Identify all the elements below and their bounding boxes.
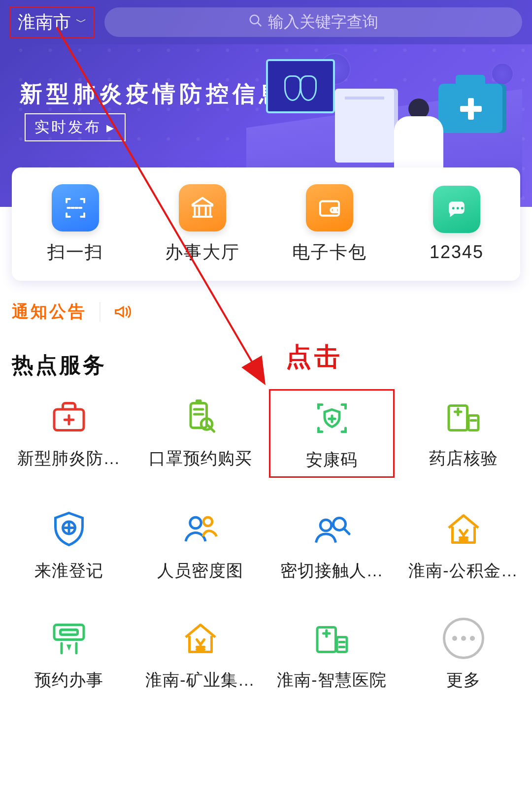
hospital-icon: [309, 616, 355, 661]
svc-label: 淮南-智慧医院: [277, 669, 386, 692]
medkit-icon: [46, 394, 92, 439]
more-icon: [441, 616, 486, 661]
svc-covid-info[interactable]: 新型肺炎防…: [6, 389, 132, 478]
svc-label: 淮南-公积金…: [408, 560, 518, 582]
quick-scan[interactable]: 扫一扫: [14, 184, 136, 265]
quick-hall[interactable]: 办事大厅: [141, 184, 264, 265]
search-icon: [248, 13, 263, 32]
svg-point-16: [190, 517, 201, 529]
svc-mask-booking[interactable]: 口罩预约购买: [137, 389, 263, 478]
mask-icon: [178, 394, 223, 439]
svg-rect-14: [468, 416, 478, 431]
city-name: 淮南市: [18, 10, 71, 34]
search-input[interactable]: 输入关键字查询: [104, 7, 522, 37]
scan-icon: [52, 184, 99, 232]
svc-label: 来淮登记: [34, 560, 103, 582]
svc-more[interactable]: 更多: [400, 611, 526, 696]
annotation-click-label: 点击: [286, 340, 343, 374]
yen-house-icon: [178, 616, 223, 661]
svc-appointment[interactable]: 预约办事: [6, 611, 132, 696]
quick-label: 扫一扫: [47, 240, 103, 265]
monitor-icon: [266, 59, 335, 113]
city-picker[interactable]: 淮南市 ﹀: [10, 6, 95, 38]
svg-point-6: [457, 207, 459, 209]
speaker-icon: [113, 302, 132, 321]
wallet-icon: [306, 184, 353, 232]
svg-rect-23: [337, 637, 347, 652]
divider: [100, 302, 100, 322]
svg-point-17: [203, 517, 212, 526]
target-icon: [46, 506, 92, 552]
notice-bar[interactable]: 通知公告: [12, 300, 132, 323]
banner-cta-button[interactable]: 实时发布 ▸: [25, 113, 126, 141]
svg-rect-21: [60, 630, 77, 635]
pharmacy-icon: [441, 394, 486, 439]
contact-search-icon: [309, 506, 355, 552]
svc-label: 新型肺炎防…: [17, 447, 121, 470]
shield-scan-icon: [309, 396, 355, 441]
svc-label: 安康码: [306, 449, 358, 471]
quick-hotline[interactable]: 12345: [396, 186, 518, 263]
quick-wallet[interactable]: 电子卡包: [268, 184, 391, 265]
search-placeholder: 输入关键字查询: [268, 11, 378, 33]
banner-cta-label: 实时发布: [34, 117, 101, 137]
svc-ankang-code[interactable]: 安康码: [269, 389, 395, 478]
quick-label: 12345: [430, 242, 484, 263]
svc-contact-trace[interactable]: 密切接触人…: [269, 501, 395, 587]
svc-housing-fund[interactable]: 淮南-公积金…: [400, 501, 526, 587]
svg-point-0: [250, 15, 259, 24]
chat-icon: [433, 186, 480, 233]
svg-point-7: [461, 207, 464, 209]
fund-house-icon: [441, 506, 486, 552]
svc-label: 更多: [446, 669, 481, 692]
svc-arrival-register[interactable]: 来淮登记: [6, 501, 132, 587]
svc-label: 药店核验: [429, 447, 498, 470]
cabinet-icon: [335, 89, 394, 163]
quick-label: 电子卡包: [292, 240, 367, 265]
svc-mining-group[interactable]: 淮南-矿业集…: [137, 611, 263, 696]
hall-icon: [179, 184, 226, 232]
svc-pharmacy-verify[interactable]: 药店核验: [400, 389, 526, 478]
svc-label: 人员密度图: [157, 560, 243, 582]
quick-label: 办事大厅: [165, 240, 240, 265]
play-icon: ▸: [106, 119, 116, 136]
svc-label: 口罩预约购买: [149, 447, 252, 470]
svg-line-1: [258, 22, 262, 26]
header-bar: 淮南市 ﹀ 输入关键字查询: [0, 0, 532, 44]
services-grid: 新型肺炎防… 口罩预约购买 安康码: [0, 389, 532, 696]
svg-point-5: [452, 207, 455, 209]
notice-label: 通知公告: [12, 300, 87, 323]
banner-title: 新型肺炎疫情防控信息: [20, 79, 286, 109]
svc-label: 预约办事: [34, 669, 103, 692]
quick-actions-card: 扫一扫 办事大厅 电子卡包 12345: [12, 167, 520, 281]
svg-point-4: [334, 208, 336, 211]
people-icon: [178, 506, 223, 552]
svg-point-18: [320, 520, 332, 531]
chevron-down-icon: ﹀: [76, 15, 87, 30]
atm-icon: [46, 616, 92, 661]
section-title-hot: 热点服务: [12, 351, 106, 380]
svc-label: 淮南-矿业集…: [145, 669, 255, 692]
svc-density-map[interactable]: 人员密度图: [137, 501, 263, 587]
svc-smart-hospital[interactable]: 淮南-智慧医院: [269, 611, 395, 696]
svc-label: 密切接触人…: [280, 560, 384, 582]
